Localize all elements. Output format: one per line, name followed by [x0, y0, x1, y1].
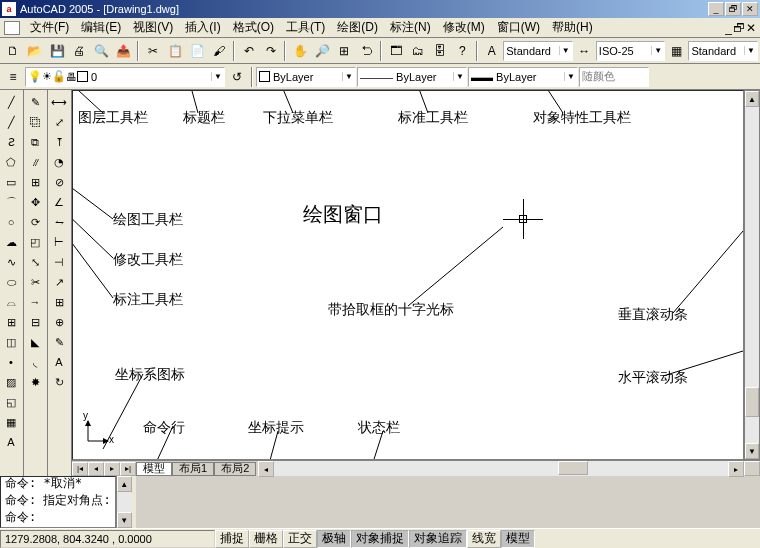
- dim-diameter-icon[interactable]: ⊘: [48, 172, 70, 192]
- mirror-icon[interactable]: ⧉: [24, 132, 46, 152]
- dim-continue-icon[interactable]: ⊣: [48, 252, 70, 272]
- preview-icon[interactable]: 🔍: [91, 40, 112, 62]
- zoom-win-icon[interactable]: ⊞: [334, 40, 355, 62]
- match-icon[interactable]: 🖌: [209, 40, 230, 62]
- block-icon[interactable]: ◫: [0, 332, 22, 352]
- tablestyle-icon[interactable]: ▦: [666, 40, 687, 62]
- otrack-toggle[interactable]: 对象追踪: [409, 530, 467, 548]
- mdi-close-button[interactable]: ✕: [746, 21, 756, 35]
- pline-icon[interactable]: Ƨ: [0, 132, 22, 152]
- menu-help[interactable]: 帮助(H): [546, 17, 599, 38]
- print-icon[interactable]: 🖨: [69, 40, 90, 62]
- line-icon[interactable]: ╱: [0, 92, 22, 112]
- break-icon[interactable]: ⊟: [24, 312, 46, 332]
- tablestyle-combo[interactable]: Standard▼: [688, 41, 757, 61]
- command-scrollbar[interactable]: ▲ ▼: [116, 476, 132, 528]
- layer-combo[interactable]: 💡☀🔓🖶 0 ▼: [25, 67, 225, 87]
- model-toggle[interactable]: 模型: [501, 530, 535, 548]
- explode-icon[interactable]: ✸: [24, 372, 46, 392]
- scroll-left-button[interactable]: ◂: [258, 461, 274, 477]
- help-icon[interactable]: ?: [452, 40, 473, 62]
- move-icon[interactable]: ✥: [24, 192, 46, 212]
- ellipse-icon[interactable]: ⬭: [0, 272, 22, 292]
- linetype-combo[interactable]: ——— ByLayer▼: [357, 67, 467, 87]
- ellipsearc-icon[interactable]: ⌓: [0, 292, 22, 312]
- scroll-up-button[interactable]: ▲: [745, 91, 759, 107]
- dim-center-icon[interactable]: ⊕: [48, 312, 70, 332]
- polar-toggle[interactable]: 极轴: [317, 530, 351, 548]
- arc-icon[interactable]: ⌒: [0, 192, 22, 212]
- tab-layout1[interactable]: 布局1: [172, 462, 214, 476]
- tab-model[interactable]: 模型: [136, 462, 172, 476]
- menu-insert[interactable]: 插入(I): [179, 17, 226, 38]
- tab-next-button[interactable]: ▸: [104, 462, 120, 476]
- dim-edit-icon[interactable]: ✎: [48, 332, 70, 352]
- menu-format[interactable]: 格式(O): [227, 17, 280, 38]
- layer-prev-icon[interactable]: ↺: [226, 66, 248, 88]
- scroll-down-button[interactable]: ▼: [745, 443, 759, 459]
- ortho-toggle[interactable]: 正交: [283, 530, 317, 548]
- menu-view[interactable]: 视图(V): [127, 17, 179, 38]
- erase-icon[interactable]: ✎: [24, 92, 46, 112]
- open-icon[interactable]: 📂: [24, 40, 45, 62]
- scale-icon[interactable]: ◰: [24, 232, 46, 252]
- menu-file[interactable]: 文件(F): [24, 17, 75, 38]
- vertical-scrollbar[interactable]: ▲ ▼: [744, 90, 760, 460]
- dim-ordinate-icon[interactable]: ⤒: [48, 132, 70, 152]
- circle-icon[interactable]: ○: [0, 212, 22, 232]
- dim-linear-icon[interactable]: ⟷: [48, 92, 70, 112]
- scroll-right-button[interactable]: ▸: [728, 461, 744, 477]
- dim-baseline-icon[interactable]: ⊢: [48, 232, 70, 252]
- redo-icon[interactable]: ↷: [260, 40, 281, 62]
- save-icon[interactable]: 💾: [46, 40, 67, 62]
- menu-edit[interactable]: 编辑(E): [75, 17, 127, 38]
- publish-icon[interactable]: 📤: [113, 40, 134, 62]
- menu-modify[interactable]: 修改(M): [437, 17, 491, 38]
- mtext-icon[interactable]: A: [0, 432, 22, 452]
- grid-toggle[interactable]: 栅格: [249, 530, 283, 548]
- stretch-icon[interactable]: ⤡: [24, 252, 46, 272]
- dc-icon[interactable]: 🗂: [407, 40, 428, 62]
- undo-icon[interactable]: ↶: [238, 40, 259, 62]
- zoom-rt-icon[interactable]: 🔎: [312, 40, 333, 62]
- polygon-icon[interactable]: ⬠: [0, 152, 22, 172]
- hatch-icon[interactable]: ▨: [0, 372, 22, 392]
- color-combo[interactable]: ByLayer▼: [256, 67, 356, 87]
- dim-leader-icon[interactable]: ↗: [48, 272, 70, 292]
- dim-update-icon[interactable]: ↻: [48, 372, 70, 392]
- dim-tolerance-icon[interactable]: ⊞: [48, 292, 70, 312]
- menu-draw[interactable]: 绘图(D): [331, 17, 384, 38]
- tab-last-button[interactable]: ▸|: [120, 462, 136, 476]
- drawing-window[interactable]: 图层工具栏 标题栏 下拉菜单栏 标准工具栏 对象特性工具栏 绘图工具栏 修改工具…: [72, 90, 744, 460]
- fillet-icon[interactable]: ◟: [24, 352, 46, 372]
- lineweight-combo[interactable]: ▬▬ ByLayer▼: [468, 67, 578, 87]
- copy-icon[interactable]: 📋: [164, 40, 185, 62]
- insert-icon[interactable]: ⊞: [0, 312, 22, 332]
- dimstyle-combo[interactable]: ISO-25▼: [596, 41, 665, 61]
- rectangle-icon[interactable]: ▭: [0, 172, 22, 192]
- dim-tedit-icon[interactable]: A: [48, 352, 70, 372]
- xline-icon[interactable]: ╱: [0, 112, 22, 132]
- chamfer-icon[interactable]: ◣: [24, 332, 46, 352]
- rotate-icon[interactable]: ⟳: [24, 212, 46, 232]
- cmd-scroll-down[interactable]: ▼: [117, 512, 132, 528]
- tool-palette-icon[interactable]: 🗄: [430, 40, 451, 62]
- menu-dimension[interactable]: 标注(N): [384, 17, 437, 38]
- properties-icon[interactable]: 🗔: [385, 40, 406, 62]
- close-button[interactable]: ✕: [742, 2, 758, 16]
- pan-icon[interactable]: ✋: [289, 40, 310, 62]
- restore-button[interactable]: 🗗: [725, 2, 741, 16]
- mdi-minimize-button[interactable]: _: [725, 21, 732, 35]
- cut-icon[interactable]: ✂: [142, 40, 163, 62]
- spline-icon[interactable]: ∿: [0, 252, 22, 272]
- horizontal-scrollbar[interactable]: ◂ ▸: [258, 461, 744, 476]
- tab-prev-button[interactable]: ◂: [88, 462, 104, 476]
- point-icon[interactable]: •: [0, 352, 22, 372]
- layer-manager-icon[interactable]: ≡: [2, 66, 24, 88]
- revcloud-icon[interactable]: ☁: [0, 232, 22, 252]
- textstyle-combo[interactable]: Standard▼: [503, 41, 572, 61]
- dim-radius-icon[interactable]: ◔: [48, 152, 70, 172]
- tab-first-button[interactable]: |◂: [72, 462, 88, 476]
- dim-angular-icon[interactable]: ∠: [48, 192, 70, 212]
- dimstyle-icon[interactable]: ↔: [574, 40, 595, 62]
